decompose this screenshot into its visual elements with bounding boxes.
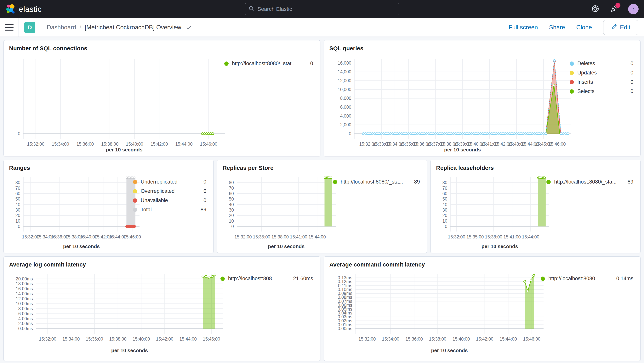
legend-item[interactable]: Deletes0	[570, 61, 633, 67]
elastic-logo-icon	[6, 4, 16, 15]
panel-title: Average command commit latency	[330, 261, 636, 268]
legend-label: Deletes	[577, 61, 595, 67]
legend-value: 21.60ms	[286, 276, 313, 282]
svg-text:10: 10	[15, 219, 20, 224]
legend-dot	[133, 208, 137, 212]
panel-replicas-per-store: Replicas per Store 15:32:0015:35:0015:38…	[217, 160, 427, 253]
share-button[interactable]: Share	[549, 24, 565, 31]
svg-text:15:41:00: 15:41:00	[504, 234, 521, 239]
clone-button[interactable]: Clone	[576, 24, 592, 31]
svg-text:2,000: 2,000	[340, 122, 351, 127]
legend-item[interactable]: http://localhost:8080...0.14ms	[541, 276, 633, 282]
legend-label: Total	[141, 207, 152, 213]
legend-item[interactable]: Selects0	[570, 88, 633, 94]
panel-title: Replicas per Store	[222, 165, 422, 171]
svg-text:60: 60	[229, 191, 234, 196]
legend-dot	[133, 189, 137, 193]
breadcrumb: Dashboard / [Metricbeat CockroachDB] Ove…	[47, 24, 192, 31]
chart-ranges: 15:32:0015:34:0015:36:0015:38:0015:40:00…	[8, 172, 209, 250]
svg-text:20: 20	[229, 213, 234, 218]
svg-text:12.00ms: 12.00ms	[16, 296, 33, 301]
legend-label: http://localhost:8080...	[548, 276, 599, 282]
svg-text:30: 30	[442, 207, 447, 213]
svg-text:15:34:00: 15:34:00	[52, 142, 69, 147]
svg-text:30: 30	[229, 207, 234, 213]
panel-title: Replica leaseholders	[436, 165, 636, 171]
svg-text:80: 80	[229, 180, 234, 185]
legend-item[interactable]: http://localhost:8080/_sta...89	[333, 179, 420, 185]
panel-title: Number of SQL connections	[9, 45, 316, 52]
legend-value: 0	[197, 197, 206, 203]
legend-value: 0.14ms	[610, 276, 633, 282]
legend-value: 89	[408, 179, 420, 185]
svg-text:15:44:00: 15:44:00	[500, 336, 517, 341]
svg-text:15:41:00: 15:41:00	[290, 234, 308, 239]
legend-item[interactable]: Total89	[133, 207, 206, 213]
top-header: elastic	[0, 0, 644, 18]
legend-dot	[224, 62, 228, 66]
svg-text:16.00ms: 16.00ms	[16, 286, 33, 291]
breadcrumb-bar: D Dashboard / [Metricbeat CockroachDB] O…	[0, 18, 644, 37]
legend-label: Unavailable	[141, 197, 168, 203]
svg-text:15:32:00: 15:32:00	[234, 234, 252, 239]
search-input[interactable]	[257, 6, 396, 12]
legend-dot	[570, 80, 574, 84]
legend-value: 0	[197, 179, 206, 185]
svg-text:80: 80	[442, 180, 447, 185]
svg-text:per 10 seconds: per 10 seconds	[111, 347, 148, 353]
legend-item[interactable]: Inserts0	[570, 79, 633, 85]
legend-dot	[333, 180, 337, 184]
pencil-icon	[611, 24, 617, 31]
space-badge[interactable]: D	[24, 22, 35, 33]
chart-command-commit-latency: 15:32:0015:34:0015:36:0015:38:0015:40:00…	[328, 269, 636, 357]
elastic-logo[interactable]: elastic	[6, 4, 42, 15]
svg-text:70: 70	[229, 186, 234, 191]
legend-item[interactable]: Overreplicated0	[133, 188, 206, 194]
news-button[interactable]	[610, 5, 618, 13]
svg-text:50: 50	[442, 196, 447, 202]
svg-text:0.13ms: 0.13ms	[338, 275, 352, 280]
legend-dot	[133, 198, 137, 203]
svg-text:8,000: 8,000	[340, 96, 351, 101]
svg-text:6,000: 6,000	[340, 105, 351, 110]
svg-text:15:46:00: 15:46:00	[548, 142, 566, 147]
chart-log-commit-latency: 15:32:0015:34:0015:36:0015:38:0015:40:00…	[8, 269, 316, 357]
svg-text:0: 0	[445, 224, 447, 229]
legend-dot	[570, 62, 574, 66]
svg-text:15:38:00: 15:38:00	[109, 336, 126, 341]
legend-item[interactable]: http://localhost:808...21.60ms	[220, 276, 313, 282]
legend-item[interactable]: http://localhost:8080/_sta...89	[546, 179, 633, 185]
legend-value: 89	[194, 207, 206, 213]
svg-text:0: 0	[18, 224, 20, 229]
legend-item[interactable]: Underreplicated0	[133, 179, 206, 185]
svg-text:15:40:00: 15:40:00	[126, 142, 143, 147]
global-search[interactable]	[245, 3, 400, 15]
full-screen-button[interactable]: Full screen	[508, 24, 538, 31]
svg-text:60: 60	[15, 191, 20, 196]
legend-item[interactable]: Unavailable0	[133, 197, 206, 203]
chart-legend: http://localhost:8080...0.14ms	[541, 276, 633, 285]
svg-text:15:38:00: 15:38:00	[429, 336, 446, 341]
svg-text:per 10 seconds: per 10 seconds	[268, 243, 304, 249]
svg-text:15:38:00: 15:38:00	[101, 142, 119, 147]
chart-legend: Underreplicated0Overreplicated0Unavailab…	[133, 179, 206, 216]
svg-text:14.00ms: 14.00ms	[16, 291, 33, 296]
svg-text:15:44:00: 15:44:00	[180, 336, 197, 341]
legend-item[interactable]: Updates0	[570, 70, 633, 76]
legend-label: Selects	[577, 88, 594, 94]
panel-avg-log-commit-latency: Average log commit latency 15:32:0015:34…	[4, 256, 320, 361]
panel-title: SQL queries	[330, 45, 636, 52]
legend-value: 0	[624, 79, 633, 85]
menu-button[interactable]	[5, 23, 14, 32]
svg-text:16,000: 16,000	[338, 61, 351, 66]
legend-item[interactable]: http://localhost:8080/_stat...0	[224, 61, 313, 67]
edit-button[interactable]: Edit	[603, 20, 638, 35]
svg-text:15:32:00: 15:32:00	[448, 234, 465, 239]
legend-label: Overreplicated	[141, 188, 175, 194]
legend-value: 0	[624, 88, 633, 94]
help-button[interactable]	[591, 5, 600, 13]
user-avatar[interactable]: r	[628, 4, 638, 14]
breadcrumb-separator: /	[80, 24, 81, 31]
elastic-logo-text: elastic	[19, 5, 42, 14]
breadcrumb-dashboard-link[interactable]: Dashboard	[47, 24, 76, 31]
